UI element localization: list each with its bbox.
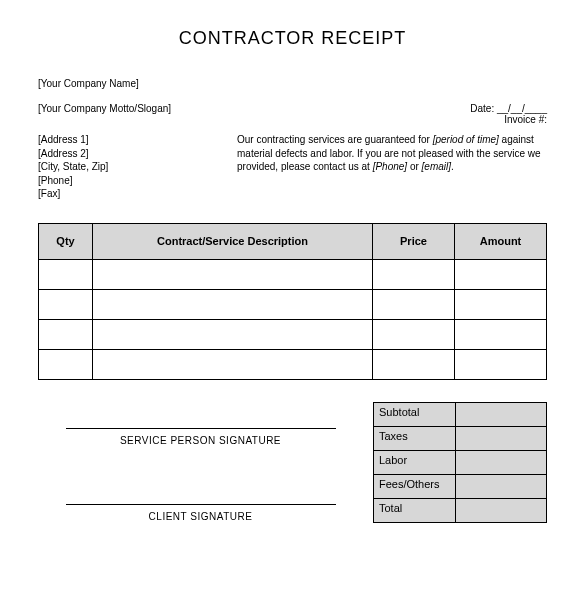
cell-desc[interactable]	[93, 289, 373, 319]
summary-row: SERVICE PERSON SIGNATURE CLIENT SIGNATUR…	[38, 380, 547, 523]
cell-amount[interactable]	[455, 349, 547, 379]
service-signature-line[interactable]	[66, 428, 336, 429]
cell-qty[interactable]	[39, 319, 93, 349]
address-guarantee-row: [Address 1] [Address 2] [City, State, Zi…	[38, 133, 547, 201]
cell-qty[interactable]	[39, 259, 93, 289]
col-desc: Contract/Service Description	[93, 223, 373, 259]
taxes-label: Taxes	[374, 426, 456, 450]
cell-desc[interactable]	[93, 319, 373, 349]
total-value[interactable]	[455, 498, 546, 522]
company-motto: [Your Company Motto/Slogan]	[38, 103, 171, 125]
receipt-page: CONTRACTOR RECEIPT [Your Company Name] […	[0, 0, 585, 523]
cell-price[interactable]	[373, 349, 455, 379]
city-state-zip: [City, State, Zip]	[38, 160, 108, 174]
guarantee-or: or	[407, 161, 421, 172]
client-signature-line[interactable]	[66, 504, 336, 505]
guarantee-phone: [Phone]	[373, 161, 407, 172]
guarantee-text: Our contracting services are guaranteed …	[237, 133, 547, 201]
header-row: [Your Company Name]	[38, 77, 547, 91]
document-title: CONTRACTOR RECEIPT	[38, 28, 547, 49]
col-price: Price	[373, 223, 455, 259]
address-1: [Address 1]	[38, 133, 108, 147]
address-2: [Address 2]	[38, 147, 108, 161]
motto-row: [Your Company Motto/Slogan] Date: __/__/…	[38, 103, 547, 125]
col-amount: Amount	[455, 223, 547, 259]
table-row	[39, 349, 547, 379]
cell-price[interactable]	[373, 289, 455, 319]
service-signature-label: SERVICE PERSON SIGNATURE	[66, 435, 336, 446]
signature-area: SERVICE PERSON SIGNATURE CLIENT SIGNATUR…	[38, 380, 373, 523]
cell-amount[interactable]	[455, 259, 547, 289]
company-name: [Your Company Name]	[38, 77, 139, 91]
guarantee-pre: Our contracting services are guaranteed …	[237, 134, 433, 145]
cell-desc[interactable]	[93, 259, 373, 289]
cell-price[interactable]	[373, 319, 455, 349]
cell-qty[interactable]	[39, 349, 93, 379]
fees-value[interactable]	[455, 474, 546, 498]
phone: [Phone]	[38, 174, 108, 188]
guarantee-end: .	[451, 161, 454, 172]
labor-label: Labor	[374, 450, 456, 474]
guarantee-email: [email]	[422, 161, 451, 172]
cell-amount[interactable]	[455, 289, 547, 319]
fees-label: Fees/Others	[374, 474, 456, 498]
cell-amount[interactable]	[455, 319, 547, 349]
total-label: Total	[374, 498, 456, 522]
col-qty: Qty	[39, 223, 93, 259]
subtotal-label: Subtotal	[374, 402, 456, 426]
cell-desc[interactable]	[93, 349, 373, 379]
taxes-value[interactable]	[455, 426, 546, 450]
address-block: [Address 1] [Address 2] [City, State, Zi…	[38, 133, 108, 201]
table-row	[39, 259, 547, 289]
date-invoice: Date: __/__/____ Invoice #:	[470, 103, 547, 125]
cell-price[interactable]	[373, 259, 455, 289]
fax: [Fax]	[38, 187, 108, 201]
totals-table: Subtotal Taxes Labor Fees/Others Total	[373, 402, 547, 523]
client-signature-label: CLIENT SIGNATURE	[66, 511, 336, 522]
line-items-table: Qty Contract/Service Description Price A…	[38, 223, 547, 380]
guarantee-period: [period of time]	[433, 134, 499, 145]
labor-value[interactable]	[455, 450, 546, 474]
invoice-label: Invoice #:	[470, 114, 547, 125]
subtotal-value[interactable]	[455, 402, 546, 426]
table-row	[39, 319, 547, 349]
cell-qty[interactable]	[39, 289, 93, 319]
table-header-row: Qty Contract/Service Description Price A…	[39, 223, 547, 259]
date-label: Date: __/__/____	[470, 103, 547, 114]
table-row	[39, 289, 547, 319]
